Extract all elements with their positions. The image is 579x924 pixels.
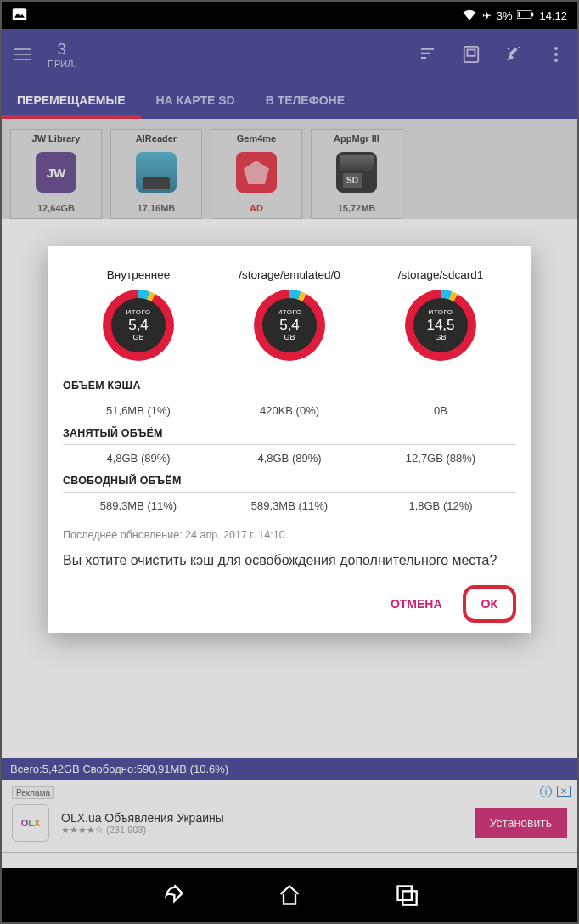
last-updated: Последнее обновление: 24 апр. 2017 г. 14… — [63, 529, 516, 541]
status-time: 14:12 — [539, 9, 567, 22]
home-icon[interactable] — [278, 883, 301, 907]
storage-col-internal: Внутреннее ИТОГО 5,4 GB — [63, 268, 214, 361]
donut-chart: ИТОГО 14,5 GB — [405, 290, 476, 361]
cancel-button[interactable]: ОТМЕНА — [377, 585, 456, 623]
airplane-icon: ✈ — [482, 9, 492, 22]
free-row: 589,3MB (11%) 589,3MB (11%) 1,8GB (12%) — [63, 499, 516, 512]
recent-icon[interactable] — [395, 883, 419, 907]
storage-col-emulated: /storage/emulated/0 ИТОГО 5,4 GB — [214, 268, 365, 361]
donut-chart: ИТОГО 5,4 GB — [254, 290, 325, 361]
battery-icon — [517, 9, 534, 22]
back-icon[interactable] — [160, 883, 184, 907]
svg-rect-12 — [402, 891, 416, 904]
svg-rect-0 — [13, 8, 27, 20]
svg-rect-11 — [398, 887, 412, 900]
nav-bar — [2, 868, 577, 922]
storage-name: /storage/emulated/0 — [214, 268, 365, 281]
donut-chart: ИТОГО 5,4 GB — [103, 290, 174, 361]
wifi-icon — [462, 8, 477, 23]
battery-pct: 3% — [497, 9, 513, 22]
cache-row: 51,6MB (1%) 420KB (0%) 0B — [63, 404, 516, 417]
status-pictures-icon — [12, 8, 27, 24]
storage-dialog: Внутреннее ИТОГО 5,4 GB /storage/emulate… — [48, 246, 531, 633]
svg-rect-2 — [531, 12, 533, 16]
occupied-row: 4,8GB (89%) 4,8GB (89%) 12,7GB (88%) — [63, 452, 516, 465]
occupied-label: ЗАНЯТЫЙ ОБЪЁМ — [63, 427, 516, 439]
storage-name: /storage/sdcard1 — [365, 268, 516, 281]
device-frame: ✈ 3% 14:12 3 ПРИЛ. ПЕРЕМЕЩАЕМЫЕ НА КАРТЕ… — [0, 0, 579, 924]
ok-button[interactable]: ОК — [476, 594, 503, 614]
storage-name: Внутреннее — [63, 268, 214, 281]
clear-cache-question: Вы хотите очистить кэш для освобождения … — [63, 551, 516, 570]
status-bar: ✈ 3% 14:12 — [2, 2, 577, 29]
cache-label: ОБЪЁМ КЭША — [63, 380, 516, 392]
ok-highlight: ОК — [463, 585, 516, 623]
svg-rect-3 — [519, 11, 520, 16]
storage-col-sdcard: /storage/sdcard1 ИТОГО 14,5 GB — [365, 268, 516, 361]
free-label: СВОБОДНЫЙ ОБЪЁМ — [63, 475, 516, 487]
